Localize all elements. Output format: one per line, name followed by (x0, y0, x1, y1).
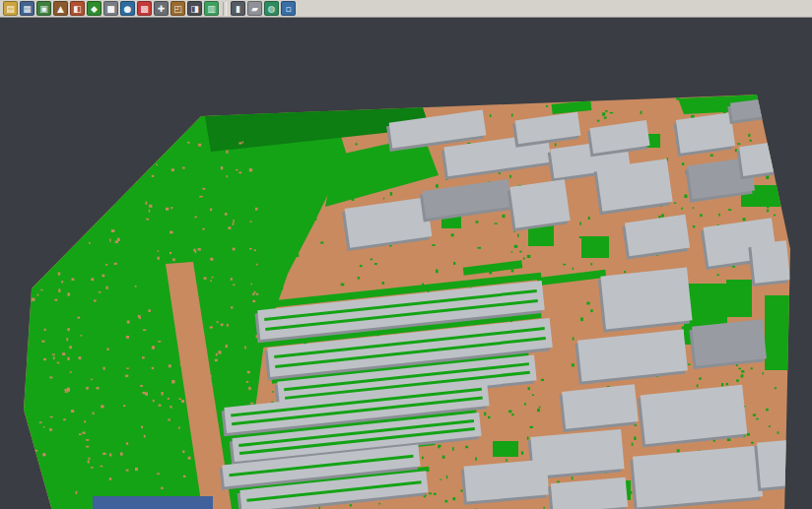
palette-icon[interactable]: ▩ (137, 1, 152, 16)
grid-icon[interactable]: ▥ (204, 1, 219, 16)
globe-icon[interactable]: ● (120, 1, 135, 16)
terrain-model-icon[interactable]: ▲ (53, 1, 68, 16)
crop-icon[interactable]: ◰ (170, 1, 185, 16)
toolbar: ▤▦▣▲◧◆■●▩✚◰◨▥▮▰◍▫ (0, 0, 812, 18)
import-cloud-icon[interactable]: ▣ (36, 1, 51, 16)
fullscreen-icon[interactable]: ◨ (187, 1, 202, 16)
3d-viewport[interactable] (0, 18, 812, 509)
settings-icon[interactable]: ✚ (154, 1, 169, 16)
print-icon[interactable]: ▰ (247, 1, 262, 16)
open-project-icon[interactable]: ▤ (3, 1, 18, 16)
vegetation-layer-icon[interactable]: ◆ (87, 1, 102, 16)
help-icon[interactable]: ▫ (281, 1, 296, 16)
building-layer-icon[interactable]: ■ (103, 1, 118, 16)
toolbar-separator (223, 2, 227, 16)
texture-layer-icon[interactable]: ◧ (70, 1, 85, 16)
scene-svg (0, 18, 812, 509)
camera-icon[interactable]: ▮ (231, 1, 245, 16)
save-icon[interactable]: ▦ (20, 1, 34, 16)
measure-icon[interactable]: ◍ (264, 1, 279, 16)
